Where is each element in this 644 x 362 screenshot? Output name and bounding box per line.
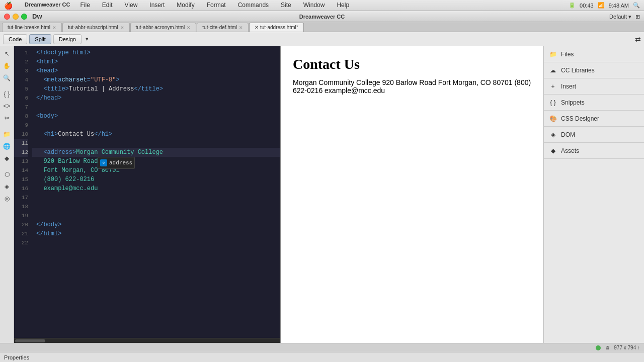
- site-menu[interactable]: Site: [279, 2, 293, 10]
- line-num-15: 15: [14, 175, 28, 184]
- app-name[interactable]: Dreamweaver CC: [25, 2, 70, 10]
- title-open: <title>: [43, 84, 68, 94]
- refresh-icon[interactable]: ⇄: [635, 35, 641, 43]
- hand-tool[interactable]: ✋: [2, 60, 13, 71]
- line16-text: example@mcc.edu: [43, 184, 98, 193]
- minimize-button[interactable]: [13, 14, 19, 20]
- dom-tool[interactable]: ◈: [2, 181, 13, 192]
- code-line-7: [32, 103, 280, 112]
- code-button[interactable]: Code: [3, 34, 27, 44]
- body-close-tag: </body>: [36, 220, 61, 229]
- select-tool[interactable]: ↖: [2, 48, 13, 59]
- code-line-6: </head>: [32, 94, 280, 103]
- line14-indent: [36, 166, 43, 175]
- head-open-tag: <head>: [36, 66, 58, 75]
- code-panel[interactable]: 1 2 3 4 5 6 7 8 9 10 11 12 13 14 15 16 1: [14, 46, 281, 343]
- charset-val: "UTF-8": [91, 75, 116, 84]
- files-tool[interactable]: 📁: [2, 129, 13, 140]
- design-arrow[interactable]: ▾: [86, 36, 89, 42]
- apple-menu[interactable]: 🍎: [4, 2, 13, 10]
- code-line-15: (800) 622-0216: [32, 175, 280, 184]
- commands-menu[interactable]: Commands: [236, 2, 271, 10]
- edit-menu[interactable]: Edit: [100, 2, 115, 10]
- inspect-tool[interactable]: ◎: [2, 193, 13, 204]
- wifi-icon: 📶: [598, 2, 605, 9]
- line-num-12: 12: [14, 148, 28, 157]
- code-content[interactable]: <!doctype html> <html> <head> <meta char…: [32, 46, 280, 338]
- code-line-13: 920 Barlow Road: [32, 157, 280, 166]
- tab-acronym[interactable]: tut-abbr-acronym.html ✕: [130, 23, 197, 32]
- help-menu[interactable]: Help: [335, 2, 351, 10]
- search-icon[interactable]: 🔍: [633, 2, 640, 9]
- tab-label: tut-cite-def.html: [202, 25, 237, 30]
- zoom-tool[interactable]: 🔍: [2, 72, 13, 83]
- panel-cc-libraries[interactable]: ☁ CC Libraries: [544, 62, 644, 78]
- css-tool[interactable]: ⬡: [2, 169, 13, 180]
- panel-css-designer[interactable]: 🎨 CSS Designer: [544, 111, 644, 127]
- line-num-14: 14: [14, 166, 28, 175]
- line-num-9: 9: [14, 121, 28, 130]
- autocomplete-icon: ◇: [100, 159, 107, 166]
- line-num-17: 17: [14, 193, 28, 202]
- layout-icon[interactable]: ⊞: [635, 14, 640, 20]
- tab-close-icon[interactable]: ✕: [52, 25, 56, 30]
- dom-panel-icon: ◈: [549, 131, 557, 139]
- code-editor[interactable]: 1 2 3 4 5 6 7 8 9 10 11 12 13 14 15 16 1: [14, 46, 280, 338]
- view-menu[interactable]: View: [123, 2, 140, 10]
- maximize-button[interactable]: [21, 14, 27, 20]
- toolbar-right: ⇄: [635, 35, 641, 43]
- system-menu[interactable]: 🍎 Dreamweaver CC File Edit View Insert M…: [4, 2, 351, 10]
- code-nav-tool[interactable]: { }: [2, 88, 13, 100]
- line-num-1: 1: [14, 48, 28, 57]
- site-tool[interactable]: 🌐: [2, 141, 13, 152]
- status-right: 🖥 977 x 794 ↑: [596, 345, 640, 350]
- panel-dom[interactable]: ◈ DOM: [544, 127, 644, 143]
- tab-close-icon[interactable]: ✕: [239, 25, 243, 30]
- design-button[interactable]: Design: [53, 34, 82, 44]
- titlebar-center: Dreamweaver CC: [299, 14, 345, 20]
- tag-tool[interactable]: <>: [2, 101, 13, 112]
- tab-address[interactable]: ✕ tut-address.html*: [249, 23, 303, 32]
- file-menu[interactable]: File: [78, 2, 92, 10]
- insert-label: Insert: [561, 83, 576, 90]
- panel-insert[interactable]: + Insert: [544, 78, 644, 95]
- snippet-tool[interactable]: ✂: [2, 113, 13, 124]
- meta-close: >: [116, 75, 119, 84]
- split-button[interactable]: Split: [29, 34, 51, 44]
- tab-cite[interactable]: tut-cite-def.html ✕: [197, 23, 249, 32]
- tab-close-icon[interactable]: ✕: [120, 25, 124, 30]
- preview-panel: Contact Us Morgan Community College 920 …: [281, 46, 543, 343]
- status-bar: 🖥 977 x 794 ↑: [0, 343, 644, 352]
- main-content: ↖ ✋ 🔍 { } <> ✂ 📁 🌐 ◆ ⬡ ◈ ◎ 1 2 3 4 5: [0, 46, 644, 343]
- panel-files[interactable]: 📁 Files: [544, 46, 644, 62]
- format-menu[interactable]: Format: [205, 2, 228, 10]
- meta-indent: [36, 75, 43, 84]
- h-scroll-thumb[interactable]: [15, 339, 45, 342]
- window-menu[interactable]: Window: [301, 2, 327, 10]
- modify-menu[interactable]: Modify: [175, 2, 196, 10]
- traffic-lights[interactable]: [4, 14, 27, 20]
- app-titlebar: Dw Dreamweaver CC Default ▾ ⊞: [0, 11, 644, 22]
- cc-libraries-label: CC Libraries: [561, 67, 595, 74]
- body-open-tag: <body>: [36, 112, 58, 121]
- code-line-5: <title> Tutorial | Address </title>: [32, 84, 280, 94]
- insert-menu[interactable]: Insert: [147, 2, 167, 10]
- line-num-3: 3: [14, 66, 28, 75]
- battery-icon: 🔋: [569, 2, 576, 9]
- h1-text: Contact Us: [58, 130, 94, 139]
- assets-tool[interactable]: ◆: [2, 153, 13, 164]
- panel-assets[interactable]: ◆ Assets: [544, 143, 644, 159]
- tab-close-icon[interactable]: ✕: [187, 25, 191, 30]
- h1-close: </h1>: [94, 130, 112, 139]
- horizontal-scrollbar[interactable]: [14, 338, 280, 343]
- code-line-1: <!doctype html>: [32, 48, 280, 57]
- tab-subscript[interactable]: tut-abbr-subscript.html ✕: [62, 23, 129, 32]
- tab-line-breaks[interactable]: tut-line-breaks.html ✕: [2, 23, 62, 32]
- close-button[interactable]: [4, 14, 10, 20]
- eq: =: [87, 75, 91, 84]
- panel-snippets[interactable]: { } Snippets: [544, 95, 644, 111]
- assets-panel-icon: ◆: [549, 147, 557, 155]
- code-line-10: <h1> Contact Us </h1>: [32, 130, 280, 139]
- files-panel-icon: 📁: [549, 50, 557, 58]
- line13-text: 920 Barlow Road: [43, 157, 98, 166]
